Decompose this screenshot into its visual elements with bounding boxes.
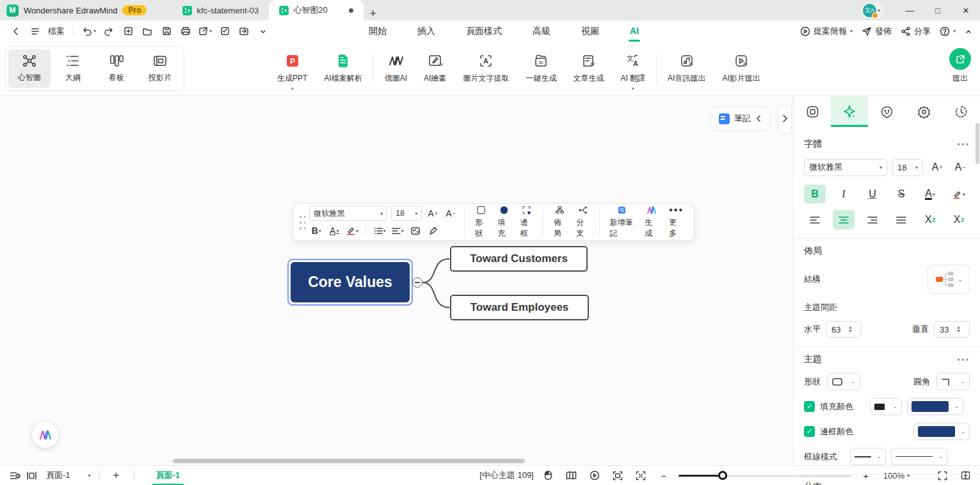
collapse-branch-button[interactable] (412, 277, 422, 288)
undo-button[interactable]: ▾ (80, 23, 98, 40)
font-color-button[interactable]: A▾ (327, 223, 341, 238)
zoom-slider-knob[interactable] (718, 471, 727, 480)
fill-color-checkbox[interactable]: ✓ (804, 401, 815, 412)
file-menu[interactable]: 檔案 (46, 23, 67, 40)
sidebar-scrollbar[interactable] (976, 123, 979, 164)
generate-ppt-button[interactable]: P 生成PPT ▾ (269, 48, 316, 89)
map-navigator-button[interactable] (563, 467, 580, 484)
layout-button[interactable]: 佈局 (549, 206, 571, 239)
root-node[interactable]: Core Values (291, 262, 410, 302)
increase-font-button[interactable]: A+ (426, 206, 440, 221)
align-button[interactable]: ▾ (390, 223, 405, 238)
view-kanban[interactable]: 看板 (95, 49, 138, 88)
border-button[interactable]: 邊框 (515, 206, 538, 239)
add-note-button[interactable]: 新增筆記 (605, 206, 640, 239)
child-node-customers[interactable]: Toward Customers (450, 246, 588, 272)
ai-audio-export-button[interactable]: Ai AI音訊匯出 (659, 48, 714, 89)
edrawmind-assistant-button[interactable] (32, 422, 58, 448)
sidebar-collapse-button[interactable] (778, 104, 792, 133)
new-file-button[interactable] (120, 23, 136, 40)
vertical-spacing-stepper[interactable]: ▲▼ (934, 321, 970, 338)
fill-style-select[interactable]: ⌄ (870, 398, 902, 415)
ai-video-export-button[interactable]: Ai AI影片匯出 (714, 48, 768, 89)
sidebar-font-size-select[interactable]: 18 ▾ (892, 159, 923, 176)
open-file-button[interactable] (139, 23, 156, 40)
justify-button[interactable] (890, 210, 912, 229)
export-button[interactable]: 匯出 (949, 48, 971, 84)
account-menu[interactable]: 文A ▾ (862, 3, 884, 19)
present-button[interactable]: 提案簡報 ▾ (800, 26, 853, 37)
decrease-font-button[interactable]: A− (444, 206, 458, 221)
ai-draw-button[interactable]: Ai AI繪畫 (415, 48, 454, 89)
sidebar-decrease-font-button[interactable]: A− (951, 158, 969, 177)
drag-handle-icon[interactable] (298, 214, 305, 231)
image-text-extract-button[interactable]: A 圖片文字提取 (454, 48, 517, 89)
superscript-button[interactable]: X2 (919, 210, 941, 229)
expand-canvas-button[interactable] (632, 467, 649, 484)
view-slides[interactable]: 投影片 (139, 49, 181, 88)
export-share-button[interactable]: ▾ (197, 23, 214, 40)
close-button[interactable]: ✕ (952, 0, 980, 21)
minimize-button[interactable]: — (896, 0, 924, 21)
task-button[interactable] (408, 223, 422, 238)
page-tab-1[interactable]: 頁面-1 (140, 466, 197, 485)
sidebar-underline-button[interactable]: U (862, 185, 883, 204)
horizontal-spacing-input[interactable] (826, 325, 847, 334)
ai-generate-button[interactable]: 生成 (639, 206, 664, 239)
outline-panel-button[interactable] (6, 467, 23, 484)
tab-start[interactable]: 開始 (367, 22, 388, 41)
mouse-mode-button[interactable] (540, 467, 557, 484)
list-button[interactable]: ▾ (373, 223, 387, 238)
tab-advanced[interactable]: 高級 (531, 22, 552, 41)
font-family-select[interactable]: 微软雅黑 ▾ (309, 206, 387, 221)
corner-select[interactable]: ⌄ (936, 373, 970, 390)
font-section-more-button[interactable]: ••• (957, 140, 970, 149)
fit-to-window-button[interactable] (609, 467, 626, 484)
view-mindmap[interactable]: 心智圖 (8, 49, 51, 88)
sidebar-highlight-button[interactable]: ▾ (948, 185, 970, 204)
tab-insert[interactable]: 插入 (416, 22, 437, 41)
zoom-out-button[interactable]: − (655, 467, 672, 484)
align-left-button[interactable] (804, 210, 826, 229)
tab-canvas-style[interactable] (794, 96, 831, 127)
bold-button[interactable]: B▾ (309, 223, 323, 238)
sidebar-italic-button[interactable]: I (833, 185, 855, 204)
new-tab-button[interactable]: + (364, 7, 383, 21)
subscript-button[interactable]: X2 (948, 210, 970, 229)
sidebar-strikethrough-button[interactable]: S (890, 185, 912, 204)
more-button[interactable]: ••• 更多 (664, 206, 689, 239)
line-weight-select[interactable]: ⌄ (850, 448, 886, 465)
pages-panel-button[interactable] (23, 467, 40, 484)
notes-button[interactable]: 筆記 (711, 107, 770, 130)
border-color-select[interactable]: ⌄ (913, 423, 970, 440)
add-page-button[interactable]: + (104, 467, 129, 484)
pro-badge[interactable]: Pro (122, 5, 147, 15)
branch-button[interactable]: 分支 (571, 206, 593, 239)
check-in-button[interactable] (216, 23, 233, 40)
align-center-button[interactable] (833, 210, 855, 229)
shape-select[interactable]: ⌄ (827, 373, 860, 390)
redo-button[interactable] (100, 23, 117, 40)
tab-ai-format[interactable] (831, 96, 868, 127)
edrawai-button[interactable]: 億圖AI (376, 48, 415, 89)
fill-button[interactable]: 填充 (492, 206, 515, 239)
sidebar-increase-font-button[interactable]: A+ (928, 158, 946, 177)
branch-section-more-button[interactable]: ••• (957, 482, 970, 485)
resize-handle-icon[interactable]: ⌝ (689, 205, 692, 211)
doc-tab-current[interactable]: 心智图20 (269, 0, 363, 21)
play-presentation-button[interactable] (586, 467, 603, 484)
horizontal-spacing-stepper[interactable]: ▲▼ (826, 321, 862, 338)
zoom-slider[interactable] (679, 471, 851, 480)
highlight-button[interactable]: ▾ (345, 223, 359, 238)
save-all-button[interactable] (236, 23, 252, 40)
main-menu-button[interactable] (27, 23, 44, 40)
fill-color-select[interactable]: ⌄ (907, 398, 963, 415)
ai-file-parse-button[interactable]: AI檔案解析 (316, 48, 370, 89)
sidebar-font-color-button[interactable]: A▾ (919, 185, 941, 204)
font-size-select[interactable]: 18 ▾ (391, 206, 422, 221)
vertical-spacing-input[interactable] (935, 325, 955, 334)
theme-section-more-button[interactable]: ••• (957, 355, 970, 365)
more-tools-button[interactable] (255, 23, 271, 40)
article-generate-button[interactable]: Ai 文章生成 (565, 48, 612, 89)
tab-stickers[interactable] (868, 96, 905, 127)
